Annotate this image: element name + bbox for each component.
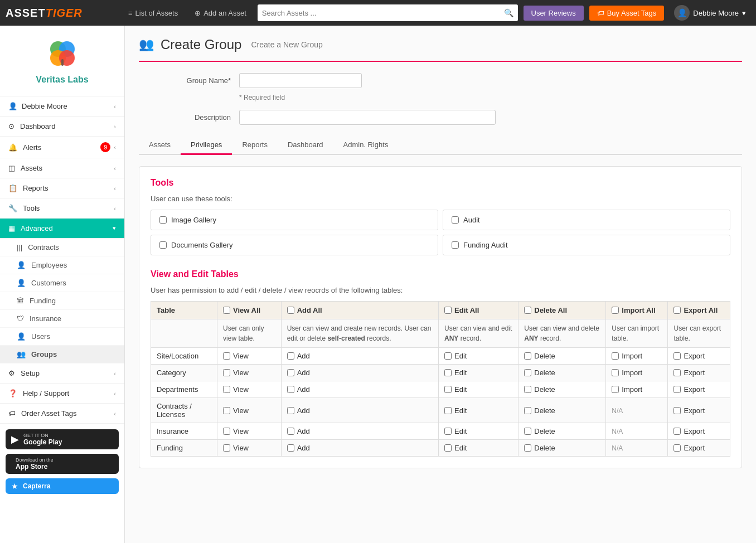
row-add[interactable]: Add — [281, 381, 438, 398]
tool-image-gallery[interactable]: Image Gallery — [151, 210, 438, 230]
tool-documents-gallery[interactable]: Documents Gallery — [151, 235, 438, 255]
delete-checkbox[interactable] — [524, 369, 531, 376]
export-checkbox[interactable] — [673, 428, 681, 435]
funding-audit-label[interactable]: Funding Audit — [463, 241, 508, 249]
delete-checkbox[interactable] — [524, 428, 531, 435]
row-add[interactable]: Add — [281, 365, 438, 381]
export-checkbox[interactable] — [673, 407, 681, 414]
sidebar-item-funding[interactable]: 🏛 Funding — [0, 292, 124, 310]
row-add[interactable]: Add — [281, 398, 438, 423]
sidebar-item-order-tags[interactable]: 🏷 Order Asset Tags ‹ — [0, 404, 124, 424]
import-checkbox[interactable] — [612, 352, 619, 360]
export-checkbox[interactable] — [673, 352, 681, 360]
documents-gallery-label[interactable]: Documents Gallery — [171, 241, 233, 249]
sidebar-item-assets[interactable]: ◫ Assets ‹ — [0, 158, 124, 178]
sidebar-user-menu[interactable]: 👤 Debbie Moore ‹ — [0, 96, 124, 117]
sidebar-item-dashboard[interactable]: ⊙ Dashboard › — [0, 117, 124, 137]
view-all-checkbox[interactable] — [223, 307, 230, 314]
app-store-button[interactable]: Download on the App Store — [6, 454, 119, 474]
sidebar-item-advanced[interactable]: ▦ Advanced ▾ — [0, 219, 124, 239]
delete-checkbox[interactable] — [524, 352, 531, 360]
row-delete[interactable]: Delete — [518, 381, 606, 398]
delete-checkbox[interactable] — [524, 407, 531, 414]
import-checkbox[interactable] — [612, 386, 619, 393]
edit-checkbox[interactable] — [444, 407, 452, 414]
add-checkbox[interactable] — [287, 428, 294, 435]
sidebar-item-setup[interactable]: ⚙ Setup ‹ — [0, 363, 124, 384]
row-edit[interactable]: Edit — [439, 398, 518, 423]
image-gallery-label[interactable]: Image Gallery — [171, 216, 216, 224]
row-edit[interactable]: Edit — [439, 423, 518, 440]
view-checkbox[interactable] — [223, 386, 230, 393]
import-all-checkbox[interactable] — [612, 307, 619, 314]
row-delete[interactable]: Delete — [518, 398, 606, 423]
import-checkbox[interactable] — [612, 369, 619, 376]
view-checkbox[interactable] — [223, 428, 230, 435]
sidebar-item-customers[interactable]: 👤 Customers — [0, 274, 124, 292]
add-checkbox[interactable] — [287, 369, 294, 376]
search-input[interactable] — [262, 9, 504, 17]
row-delete[interactable]: Delete — [518, 365, 606, 381]
edit-checkbox[interactable] — [444, 352, 452, 360]
delete-checkbox[interactable] — [524, 386, 531, 393]
search-bar[interactable]: 🔍 — [258, 4, 518, 21]
row-view[interactable]: View — [217, 423, 282, 440]
sidebar-item-reports[interactable]: 📋 Reports ‹ — [0, 178, 124, 198]
delete-checkbox[interactable] — [524, 444, 531, 452]
row-export[interactable]: Export — [668, 440, 730, 457]
sidebar-item-contracts[interactable]: ||| Contracts — [0, 239, 124, 256]
edit-checkbox[interactable] — [444, 444, 452, 452]
row-view[interactable]: View — [217, 348, 282, 365]
row-add[interactable]: Add — [281, 440, 438, 457]
row-view[interactable]: View — [217, 398, 282, 423]
view-checkbox[interactable] — [223, 369, 230, 376]
sidebar-item-employees[interactable]: 👤 Employees — [0, 256, 124, 274]
row-export[interactable]: Export — [668, 365, 730, 381]
row-view[interactable]: View — [217, 365, 282, 381]
image-gallery-checkbox[interactable] — [159, 216, 167, 224]
sidebar-item-help[interactable]: ❓ Help / Support ‹ — [0, 384, 124, 404]
sidebar-item-alerts[interactable]: 🔔 Alerts 9 ‹ — [0, 137, 124, 158]
tool-funding-audit[interactable]: Funding Audit — [443, 235, 730, 255]
google-play-button[interactable]: ▶ GET IT ON Google Play — [6, 429, 119, 449]
sidebar-item-groups[interactable]: 👥 Groups — [0, 346, 124, 363]
add-checkbox[interactable] — [287, 352, 294, 360]
row-export[interactable]: Export — [668, 398, 730, 423]
row-delete[interactable]: Delete — [518, 440, 606, 457]
row-export[interactable]: Export — [668, 381, 730, 398]
audit-label[interactable]: Audit — [463, 216, 480, 224]
export-checkbox[interactable] — [673, 369, 681, 376]
delete-all-checkbox[interactable] — [524, 307, 531, 314]
description-input[interactable] — [239, 110, 496, 125]
row-import[interactable]: Import — [606, 381, 668, 398]
audit-checkbox[interactable] — [452, 216, 459, 224]
add-checkbox[interactable] — [287, 386, 294, 393]
user-reviews-button[interactable]: User Reviews — [524, 6, 584, 21]
view-checkbox[interactable] — [223, 352, 230, 360]
edit-checkbox[interactable] — [444, 369, 452, 376]
add-checkbox[interactable] — [287, 407, 294, 414]
row-export[interactable]: Export — [668, 348, 730, 365]
buy-asset-tags-button[interactable]: 🏷 Buy Asset Tags — [589, 6, 665, 21]
tab-dashboard[interactable]: Dashboard — [278, 136, 333, 155]
edit-checkbox[interactable] — [444, 428, 452, 435]
export-checkbox[interactable] — [673, 386, 681, 393]
add-asset-link[interactable]: ⊕ Add an Asset — [189, 0, 252, 26]
user-menu[interactable]: 👤 Debbie Moore ▾ — [670, 5, 750, 21]
add-all-checkbox[interactable] — [287, 307, 294, 314]
row-edit[interactable]: Edit — [439, 348, 518, 365]
row-edit[interactable]: Edit — [439, 365, 518, 381]
row-add[interactable]: Add — [281, 423, 438, 440]
tab-admin-rights[interactable]: Admin. Rights — [333, 136, 399, 155]
funding-audit-checkbox[interactable] — [452, 241, 459, 249]
tab-reports[interactable]: Reports — [232, 136, 278, 155]
edit-checkbox[interactable] — [444, 386, 452, 393]
row-edit[interactable]: Edit — [439, 381, 518, 398]
group-name-input[interactable] — [239, 73, 362, 88]
row-export[interactable]: Export — [668, 423, 730, 440]
tab-privileges[interactable]: Privileges — [181, 136, 232, 155]
row-add[interactable]: Add — [281, 348, 438, 365]
view-checkbox[interactable] — [223, 444, 230, 452]
row-delete[interactable]: Delete — [518, 423, 606, 440]
row-view[interactable]: View — [217, 440, 282, 457]
